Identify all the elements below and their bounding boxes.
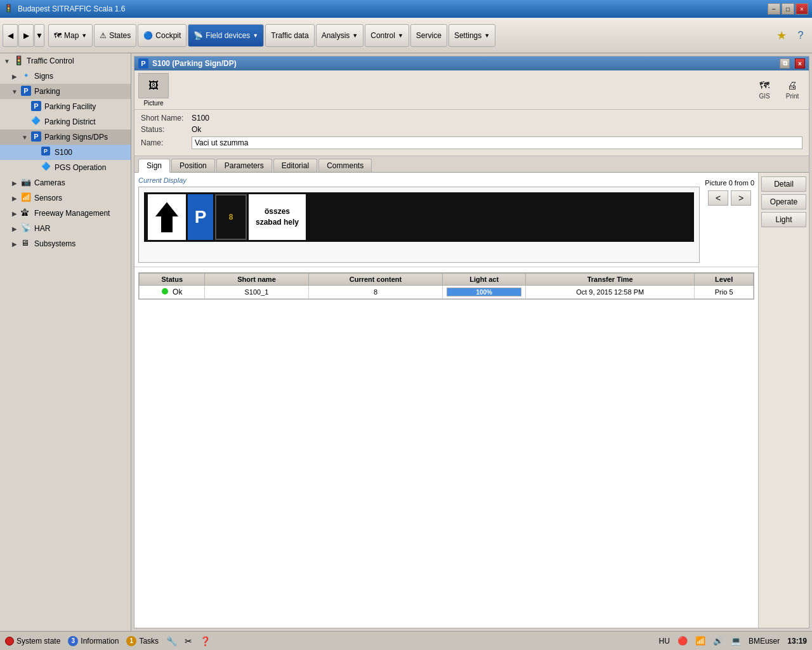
sidebar-item-parking[interactable]: ▼ P Parking: [0, 84, 131, 99]
table-row[interactable]: Ok S100_1 8 100%: [140, 286, 754, 299]
sidebar-item-freeway[interactable]: ▶ 🛣 Freeway Management: [0, 206, 131, 221]
col-short-name: Short name: [205, 274, 308, 286]
expand-icon: ▼: [20, 133, 29, 142]
service-button[interactable]: Service: [410, 24, 447, 47]
dropdown-button[interactable]: ▼: [34, 24, 44, 47]
tab-position[interactable]: Position: [171, 159, 215, 172]
status-value: Ok: [192, 125, 201, 134]
map-dropdown-arrow: ▼: [81, 32, 87, 39]
close-button[interactable]: ×: [796, 3, 808, 15]
map-button[interactable]: 🗺 Map ▼: [48, 24, 93, 47]
nav-arrows: ◀ ▶ ▼: [3, 24, 44, 47]
prev-picture-button[interactable]: <: [708, 190, 728, 206]
sys-icon-3: 🔊: [713, 636, 723, 646]
table-section: Status Short name Current content Light …: [134, 270, 758, 302]
sidebar-item-pgs-operation[interactable]: ▶ 🔷 PGS Operation: [0, 160, 131, 175]
sidebar-item-subsystems[interactable]: ▶ 🖥 Subsystems: [0, 236, 131, 251]
print-icon: 🖨: [787, 80, 797, 91]
sidebar-item-label: Signs: [34, 72, 53, 81]
sidebar-item-label: Parking Facility: [44, 102, 96, 111]
panel-title: S100 (Parking Sign/DP): [152, 59, 776, 68]
tasks-badge: 1: [126, 636, 136, 646]
panel-close-button[interactable]: ×: [795, 58, 805, 69]
field-devices-dropdown-arrow: ▼: [252, 32, 258, 39]
sidebar-item-sensors[interactable]: ▶ 📶 Sensors: [0, 190, 131, 206]
sidebar-item-label: Freeway Management: [34, 209, 110, 218]
parking-facility-icon: P: [31, 101, 43, 112]
sidebar-item-parking-signs[interactable]: ▼ P Parking Signs/DPs: [0, 129, 131, 145]
cell-current-content: 8: [308, 286, 443, 299]
favorites-button[interactable]: ★: [773, 27, 790, 44]
sys-icon-4: 💻: [731, 636, 741, 646]
states-button[interactable]: ⚠ States: [94, 24, 136, 47]
panel-titlebar: P S100 (Parking Sign/DP) ⧉ ×: [134, 56, 809, 70]
field-devices-button[interactable]: 📡 Field devices ▼: [188, 24, 264, 47]
sidebar-item-cameras[interactable]: ▶ 📷 Cameras: [0, 175, 131, 190]
parking-icon: P: [21, 86, 32, 97]
print-button[interactable]: 🖨 Print: [780, 77, 805, 103]
forward-button[interactable]: ▶: [18, 24, 34, 47]
back-button[interactable]: ◀: [3, 24, 18, 47]
minimize-button[interactable]: −: [768, 3, 780, 15]
sidebar-item-label: Parking District: [44, 117, 96, 126]
picture-button[interactable]: 🖼: [138, 73, 169, 98]
panel-body: 🖼 Picture 🗺 GIS 🖨 Prin: [134, 70, 809, 628]
settings-button[interactable]: Settings ▼: [449, 24, 495, 47]
sidebar: ▼ 🚦 Traffic Control ▶ 🔹 Signs ▼ P Parkin…: [0, 53, 131, 631]
control-dropdown-arrow: ▼: [398, 32, 403, 39]
sign-text-box: összes szabad hely: [249, 194, 306, 240]
tab-parameters[interactable]: Parameters: [216, 159, 272, 172]
short-name-row: Short Name: S100: [141, 114, 802, 123]
name-input[interactable]: [192, 136, 802, 149]
information-indicator: 3 Information: [68, 636, 119, 646]
col-light-act: Light act: [443, 274, 526, 286]
pgs-icon: 🔷: [41, 162, 53, 173]
sidebar-item-har[interactable]: ▶ 📡 HAR: [0, 221, 131, 236]
sidebar-item-traffic-control[interactable]: ▼ 🚦 Traffic Control: [0, 53, 131, 69]
next-picture-button[interactable]: >: [731, 190, 751, 206]
cell-short-name: S100_1: [205, 286, 308, 299]
app-title: Budapest SITRAFFIC Scala 1.6: [18, 4, 768, 13]
sensors-icon: 📶: [21, 192, 32, 204]
tab-content-sign: Current Display: [134, 173, 758, 628]
information-label: Information: [81, 637, 119, 646]
display-layout: Current Display: [138, 176, 754, 263]
sidebar-item-parking-district[interactable]: ▶ 🔷 Parking District: [0, 114, 131, 129]
picture-icon: 🖼: [148, 80, 159, 91]
tab-sign[interactable]: Sign: [138, 159, 170, 173]
col-current-content: Current content: [308, 274, 443, 286]
sidebar-item-s100[interactable]: ▶ P S100: [0, 145, 131, 160]
cell-level: Prio 5: [695, 286, 754, 299]
map-icon: 🗺: [54, 31, 62, 40]
cell-transfer-time: Oct 9, 2015 12:58 PM: [526, 286, 695, 299]
restore-button[interactable]: □: [782, 3, 794, 15]
operate-button[interactable]: Operate: [761, 194, 806, 209]
section-title: Current Display: [138, 176, 700, 184]
main-content-wrapper: Current Display: [134, 173, 809, 628]
col-level: Level: [695, 274, 754, 286]
col-status: Status: [140, 274, 205, 286]
light-button[interactable]: Light: [761, 212, 806, 227]
tab-comments[interactable]: Comments: [318, 159, 372, 172]
panel-p-icon: P: [138, 58, 148, 69]
control-button[interactable]: Control ▼: [365, 24, 409, 47]
cockpit-icon: 🔵: [143, 31, 153, 40]
tab-editorial[interactable]: Editorial: [273, 159, 317, 172]
current-display-box: Current Display: [138, 176, 700, 263]
analysis-button[interactable]: Analysis ▼: [316, 24, 364, 47]
app-icon: 🚦: [4, 4, 14, 14]
cockpit-button[interactable]: 🔵 Cockpit: [138, 24, 187, 47]
sidebar-item-signs[interactable]: ▶ 🔹 Signs: [0, 69, 131, 84]
name-label: Name:: [141, 138, 192, 147]
sidebar-item-parking-facility[interactable]: ▶ P Parking Facility: [0, 99, 131, 114]
field-devices-icon: 📡: [193, 31, 203, 40]
help-button[interactable]: ?: [792, 27, 809, 44]
gis-button[interactable]: 🗺 GIS: [752, 77, 777, 103]
detail-button[interactable]: Detail: [761, 176, 806, 192]
system-state-label: System state: [16, 637, 60, 646]
panel-restore-button[interactable]: ⧉: [780, 58, 790, 69]
panel-top-actions: 🖼 Picture 🗺 GIS 🖨 Prin: [134, 70, 809, 110]
parking-sign-graphic: P 8 összes szabad hely: [144, 192, 694, 242]
traffic-data-button[interactable]: Traffic data: [265, 24, 314, 47]
form-fields: Short Name: S100 Status: Ok Name:: [134, 110, 809, 156]
